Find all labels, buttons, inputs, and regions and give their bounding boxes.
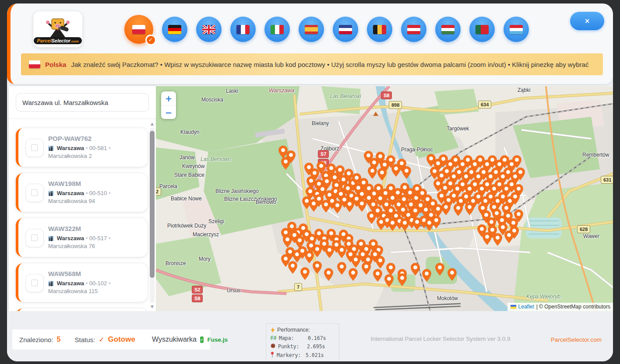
- zoom-out-button[interactable]: −: [161, 105, 176, 119]
- locker-code: POP-WAW762: [48, 135, 92, 142]
- map-marker[interactable]: [493, 233, 503, 246]
- country-button-italy[interactable]: [264, 17, 290, 42]
- locker-card[interactable]: WAW198M Warszawa • 00-510 • Marszałkowsk…: [16, 173, 148, 212]
- country-button-netherlands[interactable]: [333, 17, 358, 42]
- country-button-belgium[interactable]: [367, 17, 392, 42]
- locker-address: Warszawa • 00-581 • Marszałkowska 2: [48, 144, 149, 160]
- map-marker[interactable]: [348, 268, 358, 281]
- performance-row: Markery:5.021s: [271, 352, 335, 359]
- road-shield: 898: [389, 101, 402, 109]
- map-marker[interactable]: [515, 167, 525, 181]
- map-marker[interactable]: [288, 261, 298, 274]
- map-marker[interactable]: [504, 230, 514, 244]
- map-place-label: Janów: [180, 154, 195, 161]
- country-button-france[interactable]: [230, 17, 256, 42]
- map-marker[interactable]: [431, 215, 441, 229]
- city-icon: [48, 146, 54, 151]
- country-flag-row: ✓: [124, 13, 529, 46]
- lightning-icon: [271, 327, 275, 333]
- map-marker[interactable]: [337, 262, 347, 275]
- road-shield: 628: [577, 225, 590, 233]
- map-place-label: Klaudyn: [180, 129, 199, 135]
- map-marker[interactable]: [447, 268, 457, 281]
- map-marker[interactable]: [422, 269, 432, 282]
- logo-wordmark: ParcelSelector.com: [34, 37, 81, 44]
- country-button-poland[interactable]: ✓: [124, 15, 153, 44]
- map-place-label: Mościska: [201, 97, 223, 103]
- map-marker[interactable]: [384, 274, 394, 287]
- locker-checkbox[interactable]: [25, 184, 44, 202]
- map-marker[interactable]: [410, 262, 420, 276]
- map-marker[interactable]: [361, 262, 371, 275]
- map-place-label: Mokotów: [437, 295, 458, 301]
- scrollbar-thumb[interactable]: [150, 131, 155, 278]
- map-marker[interactable]: [377, 168, 387, 181]
- map-place-label: Laski: [226, 88, 238, 94]
- city-icon: [48, 191, 54, 196]
- map-marker[interactable]: [366, 211, 377, 224]
- leaflet-link[interactable]: Leaflet: [518, 304, 534, 310]
- country-button-spain[interactable]: [299, 17, 324, 42]
- map-place-label: Bronisze: [166, 260, 186, 266]
- locker-card[interactable]: WAW568M Warszawa • 00-102 • Marszałkowsk…: [16, 263, 148, 302]
- map-marker[interactable]: [367, 166, 377, 179]
- country-button-hungary[interactable]: [435, 17, 461, 42]
- country-button-austria[interactable]: [401, 17, 426, 42]
- site-link[interactable]: ParcelSelector.com: [551, 336, 602, 343]
- map-place-label: Kwirynów: [182, 163, 204, 169]
- portugal-flag-icon: [476, 25, 489, 34]
- app-logo[interactable]: ParcelSelector.com: [33, 11, 82, 47]
- map-marker[interactable]: [397, 273, 407, 287]
- map-place-label: Ząbki: [518, 87, 530, 93]
- map-place-label: Babice Nowe: [171, 196, 202, 202]
- performance-metric-label: Markery:: [277, 352, 303, 358]
- map-place-label: Blizne Jasińskiego: [215, 188, 259, 194]
- map-marker[interactable]: [482, 232, 492, 245]
- map-marker[interactable]: [453, 203, 463, 217]
- map-marker[interactable]: [510, 192, 520, 205]
- country-button-portugal[interactable]: [469, 17, 495, 42]
- zoom-in-button[interactable]: +: [161, 91, 176, 105]
- map-place-label: Parcela: [159, 183, 177, 189]
- country-button-luxembourg[interactable]: [504, 17, 529, 42]
- map-marker[interactable]: [375, 256, 385, 269]
- map-marker[interactable]: [312, 261, 322, 274]
- map-marker[interactable]: [373, 269, 383, 282]
- list-scrollbar[interactable]: ▲ ▼: [149, 121, 155, 309]
- map-marker[interactable]: [435, 262, 445, 276]
- results-sidebar: POP-WAW762 Warszawa • 00-581 • Marszałko…: [9, 86, 156, 311]
- scroll-up-icon[interactable]: ▲: [149, 121, 155, 126]
- performance-metric-value: 2.695s: [307, 343, 325, 350]
- map-marker[interactable]: [402, 166, 412, 179]
- close-button[interactable]: ×: [570, 12, 604, 30]
- locker-address: Warszawa • 00-510 • Marszałkowska 94: [48, 189, 149, 205]
- country-button-uk[interactable]: [196, 17, 222, 42]
- map-marker[interactable]: [512, 155, 522, 168]
- performance-row: Mapa:0.167s: [271, 335, 335, 341]
- locker-card[interactable]: POP-WAW762 Warszawa • 00-581 • Marszałko…: [16, 128, 148, 167]
- locker-checkbox[interactable]: [25, 139, 44, 157]
- road-shield: 2: [156, 188, 161, 196]
- map-marker[interactable]: [465, 202, 475, 216]
- found-label: Znaleziono:: [19, 336, 53, 343]
- map-marker[interactable]: [300, 267, 310, 280]
- locker-checkbox[interactable]: [25, 229, 44, 247]
- ukraine-flag-icon: [511, 305, 516, 309]
- map-place-label: Rembertów: [582, 152, 609, 158]
- map-canvas[interactable]: ✈ WarszawaLaskiMościskaBielanyLas Bielań…: [156, 86, 613, 311]
- locker-address: Warszawa • 00-517 • Marszałkowska 76: [48, 234, 149, 250]
- map-place-label: Bielany: [312, 120, 329, 126]
- map-marker[interactable]: [324, 268, 334, 281]
- country-button-germany[interactable]: [162, 17, 187, 42]
- search-input[interactable]: [16, 93, 149, 112]
- locker-checkbox[interactable]: [25, 274, 44, 292]
- map-marker[interactable]: [278, 145, 288, 159]
- luxembourg-flag-icon: [510, 25, 523, 34]
- status-card: Znaleziono: 5 Status: ✓ Gotowe Wyszukiwa…: [12, 329, 210, 350]
- map-marker[interactable]: [441, 202, 451, 216]
- locker-card[interactable]: WAW322M Warszawa • 00-517 • Marszałkowsk…: [16, 218, 148, 257]
- status-check-icon: ✓: [99, 336, 104, 344]
- map-place-label: Piotrkówek Duży: [167, 223, 206, 229]
- scroll-down-icon[interactable]: ▼: [149, 304, 155, 309]
- map-place-label: Praga-Północ: [401, 147, 433, 153]
